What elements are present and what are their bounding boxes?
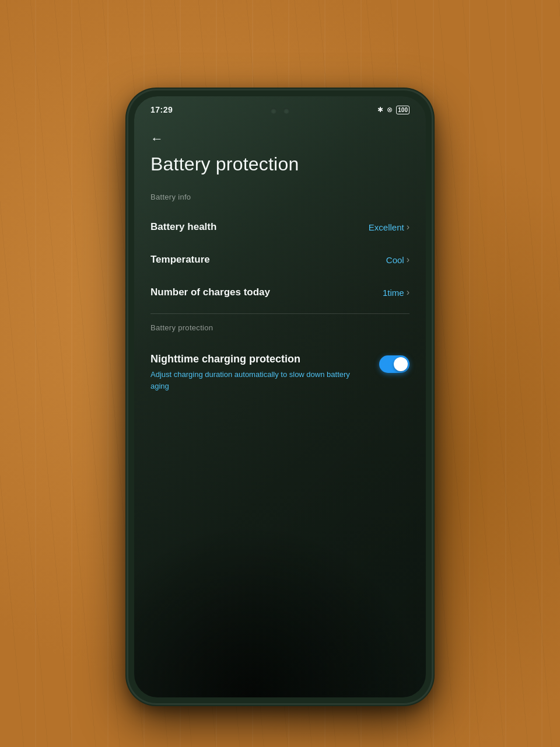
battery-health-label: Battery health <box>150 221 216 233</box>
battery-health-row[interactable]: Battery health Excellent › <box>150 211 410 243</box>
nighttime-description: Adjust charging duration automatically t… <box>150 369 368 392</box>
page-title: Battery protection <box>150 153 410 175</box>
temperature-row[interactable]: Temperature Cool › <box>150 243 410 276</box>
section-info-label: Battery info <box>150 193 410 201</box>
toggle-thumb <box>394 357 408 371</box>
temperature-value: Cool › <box>386 254 410 265</box>
charges-chevron: › <box>407 287 410 298</box>
phone-container: 17:29 ✱ ⊗ 100 ← Battery protection <box>128 90 432 703</box>
mute-icon: ⊗ <box>387 106 393 114</box>
temperature-label: Temperature <box>150 254 210 266</box>
nighttime-toggle-container <box>379 355 410 373</box>
charges-value: 1time › <box>383 287 410 298</box>
nighttime-toggle[interactable] <box>379 355 410 373</box>
back-button[interactable]: ← <box>150 131 169 146</box>
temperature-chevron: › <box>407 254 410 265</box>
bluetooth-icon: ✱ <box>377 106 383 114</box>
charges-label: Number of charges today <box>150 287 270 298</box>
charges-row[interactable]: Number of charges today 1time › <box>150 276 410 309</box>
screen-content: ← Battery protection Battery info Batter… <box>134 96 426 697</box>
battery-indicator: 100 <box>396 106 410 114</box>
status-bar: 17:29 ✱ ⊗ 100 <box>150 105 410 114</box>
status-icons: ✱ ⊗ 100 <box>377 106 410 114</box>
phone-screen: 17:29 ✱ ⊗ 100 ← Battery protection <box>134 96 426 697</box>
phone-frame: 17:29 ✱ ⊗ 100 ← Battery protection <box>128 90 432 703</box>
battery-health-value: Excellent › <box>369 222 410 232</box>
nighttime-title: Nighttime charging protection <box>150 353 368 365</box>
battery-health-chevron: › <box>407 222 410 232</box>
section-divider <box>150 313 410 314</box>
nighttime-charging-row: Nighttime charging protection Adjust cha… <box>150 341 410 397</box>
nighttime-text-block: Nighttime charging protection Adjust cha… <box>150 353 379 392</box>
battery-level: 100 <box>398 107 408 113</box>
status-time: 17:29 <box>150 105 173 114</box>
section-protection-label: Battery protection <box>150 323 410 332</box>
